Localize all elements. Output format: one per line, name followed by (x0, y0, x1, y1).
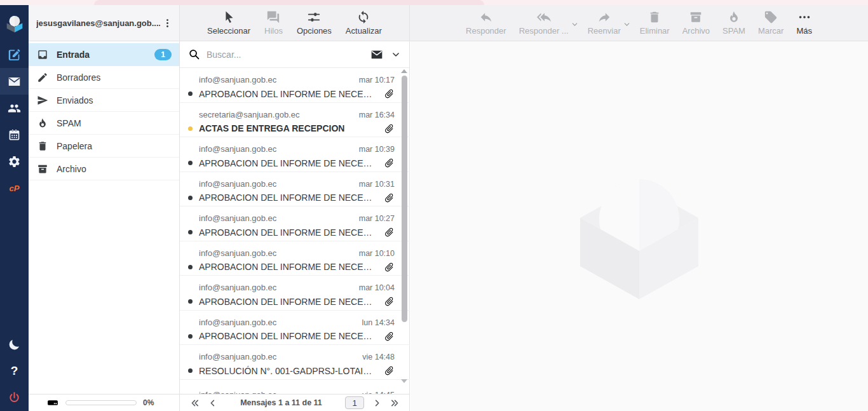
app-sidebar: cP ? (0, 5, 29, 411)
appbar-settings-button[interactable] (0, 148, 29, 175)
message-date: mar 10:17 (359, 76, 395, 84)
status-dot[interactable] (188, 126, 193, 131)
help-icon: ? (11, 364, 18, 378)
message-sender: info@sanjuan.gob.ec (199, 352, 357, 361)
top-strip-highlight (94, 0, 484, 5)
select-icon (222, 10, 236, 24)
list-threads-button[interactable]: Hilos (260, 9, 287, 37)
toolbar-button-label: Actualizar (346, 26, 382, 36)
next-page-button[interactable] (369, 396, 384, 410)
list-refresh-button[interactable]: Actualizar (341, 9, 386, 37)
appbar-bottom: ? (0, 331, 29, 411)
message-date: mar 10:31 (359, 180, 395, 189)
appbar-logout-button[interactable] (0, 384, 29, 411)
attachment-icon (381, 294, 397, 309)
message-sender: info@sanjuan.gob.ec (199, 318, 357, 327)
appbar-dark-mode-button[interactable] (0, 331, 29, 358)
status-dot[interactable] (188, 299, 193, 304)
search-scope-button[interactable] (369, 47, 384, 62)
status-dot[interactable] (188, 161, 193, 165)
folder-item-inbox[interactable]: Entrada 1 (29, 43, 179, 66)
attachment-icon (381, 363, 397, 379)
sent-icon (37, 95, 48, 106)
drafts-icon (37, 72, 48, 83)
appbar-mail-button[interactable] (0, 68, 29, 95)
message-subject: APROBACION DEL INFORME DE NECESIDA... (199, 297, 377, 307)
appbar-contacts-button[interactable] (0, 95, 29, 121)
message-sender: info@sanjuan.gob.ec (199, 248, 354, 258)
attachment-icon (381, 225, 397, 240)
folder-item-sent[interactable]: Enviados (29, 89, 179, 112)
msg-reply-all-button[interactable]: Responder ... (515, 9, 573, 37)
search-options-caret[interactable] (391, 47, 401, 62)
message-row[interactable]: info@sanjuan.gob.ec mar 10:27 APROBACION… (180, 206, 410, 241)
message-row[interactable]: info@sanjuan.gob.ec mar 10:04 APROBACION… (180, 276, 410, 311)
spam-icon (37, 118, 48, 129)
message-date: mar 10:39 (359, 145, 395, 154)
message-row[interactable]: info@sanjuan.gob.ec vie 14:45 (180, 380, 410, 394)
status-dot[interactable] (188, 196, 193, 200)
message-row[interactable]: info@sanjuan.gob.ec mar 10:10 APROBACION… (180, 241, 410, 276)
message-sender: info@sanjuan.gob.ec (199, 75, 354, 84)
appbar-calendar-button[interactable] (0, 121, 29, 148)
search-input[interactable] (207, 50, 363, 60)
list-scrollbar[interactable] (401, 69, 408, 394)
pagination-bar: Mensajes 1 a 11 de 11 (180, 394, 410, 411)
folder-list: Entrada 1 Borradores Enviados SPAM Papel… (29, 43, 179, 180)
status-dot[interactable] (188, 230, 193, 234)
message-row[interactable]: info@sanjuan.gob.ec mar 10:31 APROBACION… (180, 172, 410, 207)
cpanel-icon: cP (10, 184, 20, 193)
message-date: vie 14:48 (362, 353, 395, 361)
msg-more-button[interactable]: Más (792, 9, 817, 37)
appbar-cpanel-button[interactable]: cP (0, 175, 29, 201)
options-icon (307, 10, 321, 24)
status-dot[interactable] (188, 91, 193, 96)
message-row[interactable]: info@sanjuan.gob.ec vie 14:48 RESOLUCIÓN… (180, 345, 410, 380)
msg-delete-button[interactable]: Eliminar (635, 9, 674, 37)
settings-icon (8, 155, 21, 168)
delete-icon (648, 10, 661, 24)
archive-icon (37, 163, 48, 175)
storage-drive-icon (46, 396, 59, 409)
folder-item-trash[interactable]: Papelera (29, 135, 179, 158)
scrollbar-up-arrow[interactable] (401, 69, 407, 73)
prev-page-button[interactable] (205, 396, 220, 410)
status-dot[interactable] (188, 334, 193, 339)
appbar-help-button[interactable]: ? (0, 358, 29, 384)
message-subject: RESOLUCIÓN N°. 001-GADPRSJ-LOTAIP- 20... (199, 366, 377, 376)
msg-archive-button[interactable]: Archivo (678, 9, 714, 37)
search-icon[interactable] (188, 48, 200, 60)
message-list-pane: info@sanjuan.gob.ec mar 10:17 APROBACION… (180, 41, 410, 394)
msg-forward-menu-caret[interactable] (623, 10, 632, 36)
message-subject: APROBACION DEL INFORME DE NECESIDA... (199, 158, 377, 168)
envelope-icon (370, 48, 383, 61)
scrollbar-down-arrow[interactable] (401, 379, 407, 383)
appbar-compose-button[interactable] (0, 41, 29, 68)
account-menu-button[interactable] (160, 13, 174, 32)
message-row[interactable]: info@sanjuan.gob.ec mar 10:39 APROBACION… (180, 137, 410, 172)
logout-icon (8, 391, 21, 405)
msg-junk-button[interactable]: SPAM (718, 9, 750, 37)
message-row[interactable]: info@sanjuan.gob.ec mar 10:17 APROBACION… (180, 68, 410, 103)
app-logo[interactable] (0, 5, 29, 41)
list-toolbar: Seleccionar Hilos Opciones Actualizar (180, 5, 410, 41)
status-dot[interactable] (188, 265, 193, 269)
page-number-input[interactable] (345, 396, 364, 409)
scrollbar-thumb[interactable] (402, 76, 407, 322)
chevron-left-icon (208, 398, 217, 408)
msg-reply-button[interactable]: Responder (461, 9, 511, 37)
msg-forward-button[interactable]: Reenviar (583, 9, 625, 37)
message-subject: APROBACION DEL INFORME DE NECESIDA... (199, 89, 377, 99)
msg-reply-all-menu-caret[interactable] (571, 10, 580, 36)
list-options-button[interactable]: Opciones (292, 9, 336, 37)
msg-mark-button[interactable]: Marcar (754, 9, 788, 37)
first-page-button[interactable] (187, 396, 202, 410)
message-row[interactable]: secretaria@sanjuan.gob.ec mar 16:34 ACTA… (180, 103, 410, 138)
last-page-button[interactable] (387, 396, 402, 410)
folder-item-archive[interactable]: Archivo (29, 158, 179, 180)
folder-item-drafts[interactable]: Borradores (29, 66, 179, 89)
folder-item-spam[interactable]: SPAM (29, 112, 179, 135)
status-dot[interactable] (188, 368, 193, 373)
message-row[interactable]: info@sanjuan.gob.ec lun 14:34 APROBACION… (180, 311, 410, 346)
list-select-button[interactable]: Seleccionar (203, 9, 255, 37)
